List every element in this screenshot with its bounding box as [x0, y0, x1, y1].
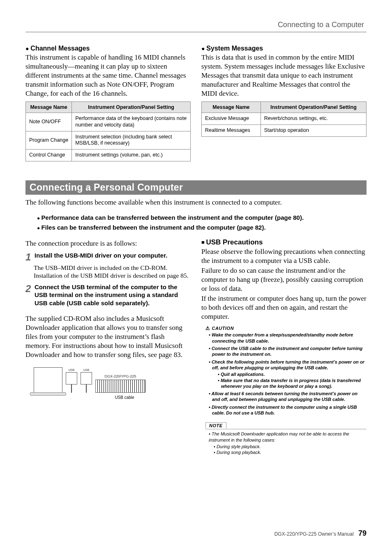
note-item: During style playback.: [214, 444, 367, 449]
bullet-item: Performance data can be transferred betw…: [37, 213, 367, 223]
caution-item: Allow at least 6 seconds between turning…: [209, 391, 367, 403]
caution-subitem: Quit all applications.: [218, 371, 367, 377]
usb-paragraph: If the instrument or computer does hang …: [201, 294, 367, 321]
section-title: Connecting a Personal Computer: [25, 180, 367, 195]
channel-messages-heading: Channel Messages: [25, 45, 191, 52]
caution-subitem: Make sure that no data transfer is in pr…: [218, 378, 367, 389]
note-body: • The Musicsoft Downloader application m…: [209, 431, 367, 455]
keyboard-icon: DGX-220/YPG-225: [95, 380, 145, 393]
system-messages-body: This is data that is used in common by t…: [201, 53, 367, 98]
step-1: 1 Install the USB-MIDI driver on your co…: [25, 251, 191, 280]
keyboard-label: DGX-220/YPG-225: [96, 374, 145, 378]
system-messages-table: Message Name Instrument Operation/Panel …: [201, 101, 367, 136]
step-body: The USB–MIDI driver is included on the C…: [34, 264, 191, 280]
breadcrumb: Connecting to a Computer: [25, 21, 367, 32]
step-number: 2: [25, 283, 33, 295]
footer: DGX-220/YPG-225 Owner’s Manual 79: [274, 529, 367, 538]
table-header: Message Name: [26, 102, 72, 113]
caution-item: Wake the computer from a sleep/suspended…: [209, 332, 367, 344]
computer-icon: [34, 367, 62, 393]
channel-messages-table: Message Name Instrument Operation/Panel …: [25, 101, 191, 161]
caution-item: Connect the USB cable to the instrument …: [209, 345, 367, 357]
step-title: Connect the USB terminal of the computer…: [35, 283, 191, 307]
table-row: Control ChangeInstrument settings (volum…: [26, 149, 191, 161]
table-header: Message Name: [202, 102, 261, 113]
table-row: Program ChangeInstrument selection (incl…: [26, 131, 191, 149]
section-bullets: Performance data can be transferred betw…: [37, 213, 367, 233]
downloader-paragraph: The supplied CD-ROM also includes a Musi…: [25, 314, 191, 359]
table-row: Note ON/OFFPerformance data of the keybo…: [26, 113, 191, 131]
usb-paragraph: Failure to do so can cause the instrumen…: [201, 266, 367, 293]
bullet-item: Files can be transferred between the ins…: [37, 223, 367, 233]
note-intro: •: [209, 431, 212, 436]
procedure-intro: The connection procedure is as follows:: [25, 239, 191, 248]
usb-port-icon: [66, 372, 77, 385]
system-messages-heading: System Messages: [201, 45, 367, 52]
step-number: 1: [25, 251, 33, 263]
table-header: Instrument Operation/Panel Setting: [261, 102, 366, 113]
channel-messages-body: This instrument is capable of handling 1…: [25, 53, 191, 98]
caution-item: Directly connect the instrument to the c…: [209, 404, 367, 416]
header-rule: [25, 32, 367, 32]
usb-precautions-heading: USB Precautions: [201, 238, 367, 246]
footer-model: DGX-220/YPG-225 Owner’s Manual: [274, 531, 354, 537]
table-header: Instrument Operation/Panel Setting: [72, 102, 191, 113]
usb-paragraph: Please observe the following precautions…: [201, 247, 367, 265]
caution-list: Wake the computer from a sleep/suspended…: [209, 332, 367, 416]
usb-cable-label: USB cable: [58, 395, 191, 400]
caution-item: Check the following points before turnin…: [209, 359, 367, 389]
step-2: 2 Connect the USB terminal of the comput…: [25, 283, 191, 307]
note-label: NOTE: [205, 422, 226, 428]
step-title: Install the USB-MIDI driver on your comp…: [35, 251, 191, 260]
section-intro: The following functions become available…: [25, 198, 367, 207]
connection-diagram: DGX-220/YPG-225 USB cable: [25, 367, 191, 400]
page-number: 79: [358, 529, 367, 537]
caution-label: CAUTION: [205, 325, 367, 331]
usb-port-icon: [81, 372, 92, 385]
table-row: Realtime MessagesStart/stop operation: [202, 125, 367, 137]
table-row: Exclusive MessageReverb/chorus settings,…: [202, 113, 367, 125]
note-item: During song playback.: [214, 449, 367, 455]
